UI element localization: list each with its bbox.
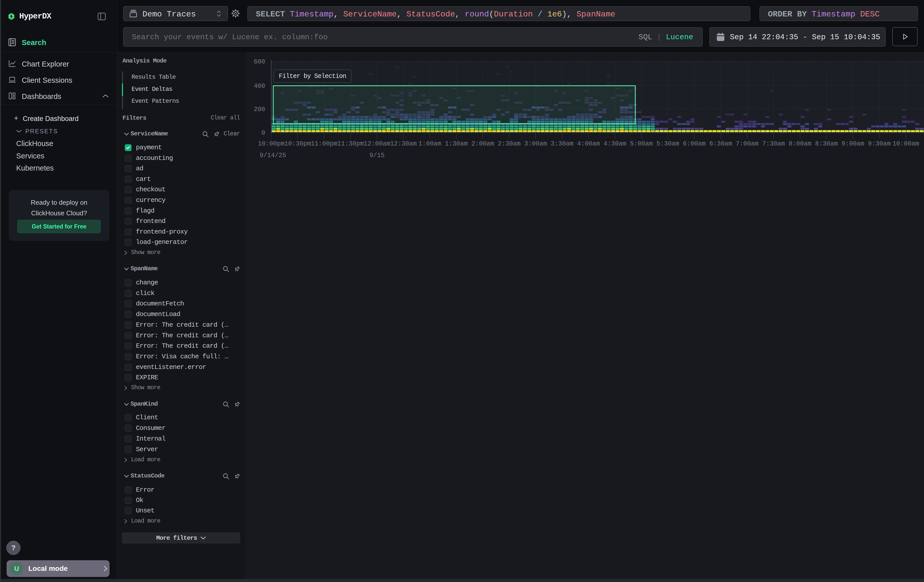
svg-text:8:30am: 8:30am	[815, 140, 838, 148]
svg-text:9:00am: 9:00am	[842, 140, 864, 148]
svg-text:4:00am: 4:00am	[577, 140, 600, 148]
svg-text:8:00am: 8:00am	[789, 140, 812, 148]
svg-text:12:00am: 12:00am	[364, 140, 390, 148]
svg-text:11:00pm: 11:00pm	[311, 140, 337, 148]
svg-text:11:30pm: 11:30pm	[337, 140, 364, 148]
svg-text:10:00am: 10:00am	[893, 140, 919, 148]
svg-text:10:30pm: 10:30pm	[284, 140, 311, 148]
svg-text:5:00am: 5:00am	[630, 140, 653, 148]
svg-text:6:00am: 6:00am	[683, 140, 706, 148]
svg-text:200: 200	[254, 106, 265, 113]
svg-text:400: 400	[254, 82, 265, 90]
svg-text:9:30am: 9:30am	[868, 140, 891, 148]
svg-text:3:00am: 3:00am	[524, 140, 547, 148]
svg-text:12:30am: 12:30am	[390, 140, 417, 148]
svg-text:9/14/25: 9/14/25	[260, 152, 286, 159]
svg-text:1:00am: 1:00am	[419, 140, 441, 148]
svg-text:600: 600	[254, 58, 265, 66]
svg-text:7:30am: 7:30am	[762, 140, 785, 148]
svg-text:4:30am: 4:30am	[604, 140, 626, 148]
svg-text:1:30am: 1:30am	[445, 140, 468, 148]
svg-text:2:00am: 2:00am	[471, 140, 494, 148]
svg-text:5:30am: 5:30am	[656, 140, 679, 148]
svg-text:10:00pm: 10:00pm	[258, 140, 284, 148]
svg-text:2:30am: 2:30am	[498, 140, 520, 148]
svg-text:3:30am: 3:30am	[551, 140, 573, 148]
svg-text:0: 0	[261, 129, 265, 137]
svg-text:6:30am: 6:30am	[709, 140, 732, 148]
svg-text:9/15: 9/15	[370, 152, 384, 159]
svg-text:7:00am: 7:00am	[736, 140, 759, 148]
